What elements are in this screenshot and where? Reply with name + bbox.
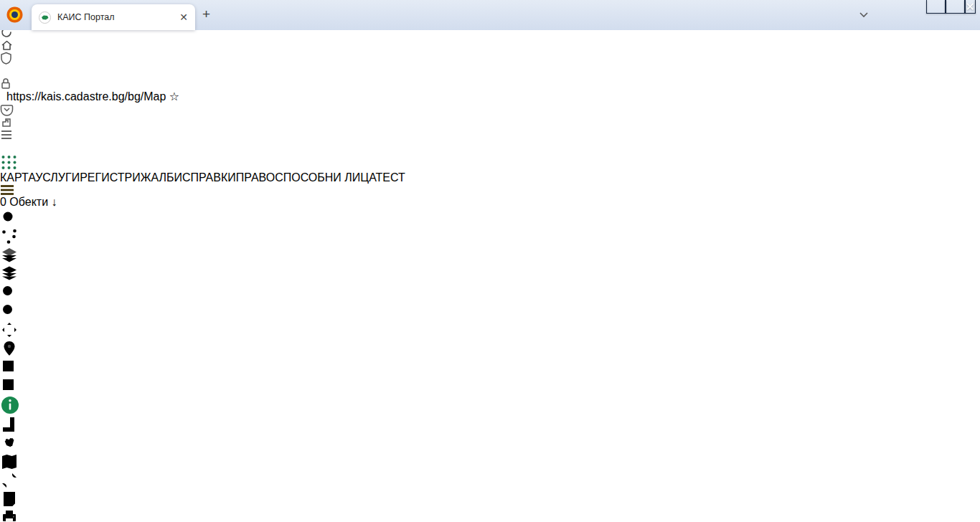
measure-length-tool-icon[interactable] [0, 415, 980, 434]
apps-grid-icon[interactable] [0, 153, 980, 171]
new-tab-button[interactable]: + [202, 6, 210, 22]
window-controls: ✕ [926, 0, 976, 14]
menu-item-4[interactable]: СПРАВКИ [182, 171, 236, 184]
objects-expand-button[interactable]: ↓ [52, 196, 57, 208]
url-scheme: https:// [6, 90, 41, 103]
url-domain: cadastre.bg [65, 90, 125, 103]
window-close-button[interactable]: ✕ [965, 0, 976, 14]
zoom-in-tool-icon[interactable] [0, 283, 980, 302]
pan-tool-icon[interactable] [0, 321, 980, 339]
browser-titlebar: КАИС Портал ✕ + ✕ [0, 0, 980, 30]
search-tool-icon[interactable] [0, 209, 980, 227]
menu-item-6[interactable]: ТЕСТ [376, 171, 405, 184]
select-remove-tool-icon[interactable] [0, 376, 980, 395]
lock-icon[interactable] [0, 77, 980, 90]
export-tool-icon[interactable] [0, 490, 980, 508]
pocket-icon[interactable] [0, 103, 980, 116]
portal-menubar: КАРТАУСЛУГИРЕГИСТРИЖАЛБИСПРАВКИПРАВОСПОС… [0, 141, 980, 184]
map-toolbar [0, 209, 980, 522]
menu-item-2[interactable]: РЕГИСТРИ [80, 171, 140, 184]
tab-title: КАИС Портал [57, 12, 179, 22]
extensions-icon[interactable] [0, 116, 980, 129]
firefox-icon[interactable] [6, 6, 23, 23]
tab-close-icon[interactable]: ✕ [179, 11, 188, 23]
coordinates-tool-icon[interactable] [0, 471, 980, 490]
menu-hamburger-icon[interactable] [0, 129, 980, 141]
map-sheets-tool-icon[interactable] [0, 452, 980, 471]
network-tool-icon[interactable] [0, 227, 980, 246]
list-tabs-chevron-icon[interactable] [858, 9, 870, 19]
url-path: /bg/Map [125, 90, 166, 103]
objects-pill[interactable]: 0 Обекти ↓ [0, 184, 980, 209]
tracking-shield-icon[interactable] [0, 52, 980, 65]
layers-filled-tool-icon[interactable] [0, 246, 980, 265]
menu-item-0[interactable]: КАРТА [0, 171, 35, 184]
minimize-button[interactable] [926, 0, 946, 14]
info-tool-icon[interactable] [0, 395, 980, 415]
home-icon[interactable] [0, 39, 980, 52]
url-field[interactable]: https://kais.cadastre.bg/bg/Map ☆ [0, 52, 980, 103]
browser-tab[interactable]: КАИС Портал ✕ [32, 4, 195, 30]
objects-count-label: 0 Обекти [0, 196, 48, 208]
tab-favicon [39, 11, 51, 24]
measure-area-tool-icon[interactable] [0, 434, 980, 452]
maximize-button[interactable] [946, 0, 965, 14]
select-add-tool-icon[interactable] [0, 358, 980, 376]
location-tool-icon[interactable] [0, 339, 980, 358]
pill-hamburger-icon [0, 184, 980, 196]
url-subdomain: kais. [41, 90, 65, 103]
menu-item-3[interactable]: ЖАЛБИ [141, 171, 182, 184]
menu-item-5[interactable]: ПРАВОСПОСОБНИ ЛИЦА [236, 171, 376, 184]
zoom-out-tool-icon[interactable] [0, 302, 980, 321]
print-tool-icon[interactable] [0, 508, 980, 522]
menu-item-1[interactable]: УСЛУГИ [35, 171, 80, 184]
layers-outline-tool-icon[interactable] [0, 265, 980, 283]
bookmark-star-icon[interactable]: ☆ [169, 90, 179, 103]
portal-menu-items: КАРТАУСЛУГИРЕГИСТРИЖАЛБИСПРАВКИПРАВОСПОС… [0, 171, 980, 184]
